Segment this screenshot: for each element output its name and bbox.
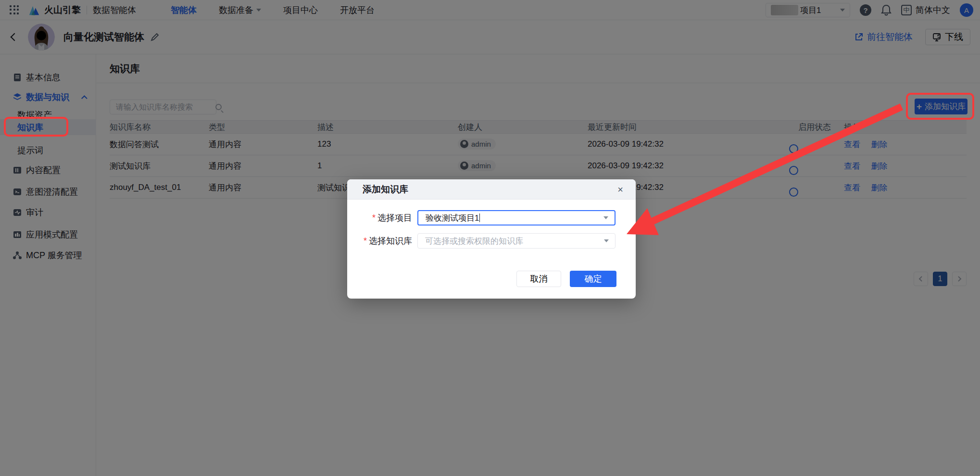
project-select-input[interactable]: 验收测试项目1 — [417, 210, 616, 225]
field-label: *选择知识库 — [347, 235, 412, 247]
text-cursor — [479, 213, 480, 222]
modal-footer: 取消 确定 — [347, 271, 636, 290]
select-project-field: *选择项目 验收测试项目1 — [347, 210, 636, 225]
field-label: *选择项目 — [347, 212, 412, 224]
close-icon[interactable]: × — [617, 184, 623, 195]
modal-header: 添加知识库 × — [347, 179, 636, 200]
required-asterisk: * — [364, 236, 367, 246]
add-knowledge-base-modal: 添加知识库 × *选择项目 验收测试项目1 *选择知识库 可选择或搜索权限的知识… — [347, 179, 636, 299]
confirm-button[interactable]: 确定 — [570, 271, 616, 287]
caret-down-icon — [603, 216, 608, 219]
select-knowledge-base-field: *选择知识库 可选择或搜索权限的知识库 — [347, 233, 636, 249]
cancel-button[interactable]: 取消 — [516, 271, 561, 287]
project-select-value: 验收测试项目1 — [426, 213, 479, 224]
required-asterisk: * — [372, 213, 376, 223]
caret-down-icon — [604, 239, 609, 242]
modal-title: 添加知识库 — [363, 183, 408, 196]
kb-select-placeholder: 可选择或搜索权限的知识库 — [425, 236, 523, 247]
knowledge-base-select-input[interactable]: 可选择或搜索权限的知识库 — [417, 233, 616, 249]
